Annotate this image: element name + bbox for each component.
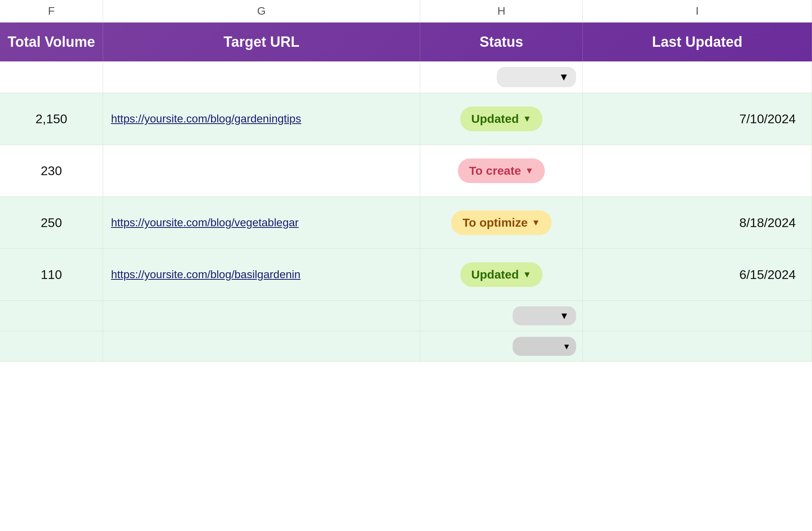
header-last-updated: Last Updated xyxy=(583,23,812,61)
dropdown-arrow-icon: ▾ xyxy=(564,341,569,352)
table-row: 250 https://yoursite.com/blog/vegetableg… xyxy=(0,197,812,249)
filter-cell-g xyxy=(103,61,420,93)
status-dropdown-arrow-icon: ▼ xyxy=(532,218,540,228)
empty-cell-g2 xyxy=(103,331,420,361)
filter-cell-f xyxy=(0,61,103,93)
col-letter-g: G xyxy=(103,0,420,22)
header-total-volume: Total Volume xyxy=(0,23,103,61)
header-row: Total Volume Target URL Status Last Upda… xyxy=(0,23,812,61)
column-letters-row: F G H I xyxy=(0,0,812,23)
status-badge-to-create[interactable]: To create ▼ xyxy=(458,159,545,183)
url-link[interactable]: https://yoursite.com/blog/gardeningtips xyxy=(111,113,301,125)
date-cell: 7/10/2024 xyxy=(583,93,812,145)
col-letter-i: I xyxy=(583,0,812,22)
empty-cell-f xyxy=(0,301,103,331)
status-dropdown-arrow-icon: ▼ xyxy=(523,269,532,280)
status-badge-updated[interactable]: Updated ▼ xyxy=(460,262,543,287)
status-badge-updated[interactable]: Updated ▼ xyxy=(460,107,543,131)
empty-cell-i xyxy=(583,301,812,331)
status-dropdown-arrow-icon: ▼ xyxy=(523,114,532,124)
table-row: 110 https://yoursite.com/blog/basilgarde… xyxy=(0,249,812,301)
status-label: To create xyxy=(469,164,521,178)
bottom-status-dropdown-2[interactable]: ▾ xyxy=(513,337,576,356)
spreadsheet: F G H I Total Volume Target URL Status L… xyxy=(0,0,812,362)
date-cell: 6/15/2024 xyxy=(583,249,812,300)
date-cell: 8/18/2024 xyxy=(583,197,812,248)
table-row: 230 To create ▼ xyxy=(0,145,812,197)
volume-cell: 230 xyxy=(0,145,103,197)
dropdown-arrow-icon: ▼ xyxy=(559,310,569,321)
url-link[interactable]: https://yoursite.com/blog/vegetablegar xyxy=(111,216,299,229)
status-label: To optimize xyxy=(462,216,527,229)
status-label: Updated xyxy=(471,268,519,281)
header-status: Status xyxy=(420,23,583,61)
col-letter-f: F xyxy=(0,0,103,22)
status-cell[interactable]: Updated ▼ xyxy=(420,93,583,145)
bottom-filter-row-2: ▾ xyxy=(0,331,812,362)
url-cell-empty xyxy=(103,145,420,197)
filter-row: ▼ xyxy=(0,61,812,93)
url-link[interactable]: https://yoursite.com/blog/basilgardenin xyxy=(111,268,301,281)
status-filter-dropdown[interactable]: ▼ xyxy=(497,67,576,87)
status-cell[interactable]: Updated ▼ xyxy=(420,249,583,300)
dropdown-arrow-icon: ▼ xyxy=(559,71,569,83)
empty-cell-f2 xyxy=(0,331,103,361)
status-cell[interactable]: To optimize ▼ xyxy=(420,197,583,248)
url-cell[interactable]: https://yoursite.com/blog/basilgardenin xyxy=(103,249,420,300)
date-cell-empty xyxy=(583,145,812,197)
bottom-filter-row-1: ▼ xyxy=(0,301,812,331)
volume-cell: 2,150 xyxy=(0,93,103,145)
bottom-status-dropdown-1[interactable]: ▼ xyxy=(513,306,576,325)
status-cell[interactable]: To create ▼ xyxy=(420,145,583,197)
volume-cell: 250 xyxy=(0,197,103,248)
status-dropdown-arrow-icon: ▼ xyxy=(525,166,534,176)
table-row: 2,150 https://yoursite.com/blog/gardenin… xyxy=(0,93,812,145)
volume-cell: 110 xyxy=(0,249,103,300)
bottom-filter-h-1[interactable]: ▼ xyxy=(420,301,583,331)
filter-cell-h[interactable]: ▼ xyxy=(420,61,583,93)
status-badge-to-optimize[interactable]: To optimize ▼ xyxy=(451,210,551,235)
col-letter-h: H xyxy=(420,0,583,22)
bottom-filter-h-2[interactable]: ▾ xyxy=(420,331,583,361)
filter-cell-i xyxy=(583,61,812,93)
header-target-url: Target URL xyxy=(103,23,420,61)
empty-cell-i2 xyxy=(583,331,812,361)
empty-cell-g xyxy=(103,301,420,331)
url-cell[interactable]: https://yoursite.com/blog/gardeningtips xyxy=(103,93,420,145)
url-cell[interactable]: https://yoursite.com/blog/vegetablegar xyxy=(103,197,420,248)
status-label: Updated xyxy=(471,112,519,126)
